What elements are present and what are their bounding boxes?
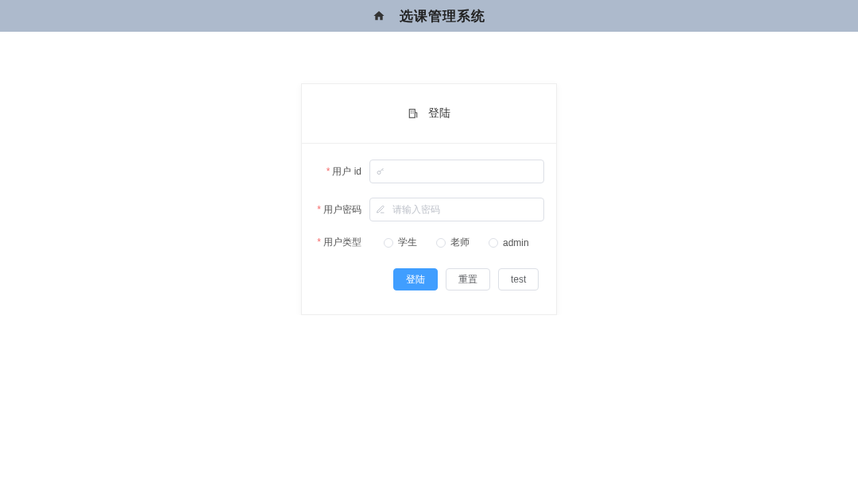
- radio-teacher[interactable]: 老师: [436, 236, 470, 249]
- user-id-label: *用户 id: [314, 165, 369, 179]
- edit-icon: [376, 205, 385, 214]
- password-label: *用户密码: [314, 203, 369, 217]
- page-header: 选课管理系统: [0, 0, 858, 32]
- password-input[interactable]: [369, 198, 544, 221]
- svg-rect-0: [409, 110, 415, 118]
- login-card: 登陆 *用户 id *用户密码: [301, 83, 557, 315]
- user-type-radio-group: 学生 老师 admin: [369, 236, 529, 249]
- user-id-input[interactable]: [369, 160, 544, 183]
- card-title: 登陆: [428, 106, 450, 121]
- key-icon: [376, 167, 385, 176]
- radio-admin[interactable]: admin: [489, 236, 529, 249]
- card-header: 登陆: [302, 84, 556, 144]
- home-icon: [373, 10, 385, 22]
- required-mark: *: [327, 166, 330, 177]
- form-row-user-type: *用户类型 学生 老师 admin: [314, 236, 544, 249]
- user-id-input-wrap: [369, 160, 544, 183]
- login-button[interactable]: 登陆: [393, 268, 438, 290]
- test-button[interactable]: test: [498, 268, 539, 290]
- form-row-user-id: *用户 id: [314, 160, 544, 183]
- reset-button[interactable]: 重置: [446, 268, 490, 290]
- required-mark: *: [317, 204, 321, 215]
- required-mark: *: [317, 237, 321, 248]
- radio-circle-icon: [489, 238, 498, 248]
- button-row: 登陆 重置 test: [314, 268, 544, 290]
- page-title: 选课管理系统: [400, 7, 485, 25]
- radio-circle-icon: [436, 238, 446, 248]
- svg-line-9: [382, 170, 384, 171]
- radio-circle-icon: [384, 238, 393, 248]
- form-row-password: *用户密码: [314, 198, 544, 221]
- building-icon: [408, 108, 419, 119]
- radio-student[interactable]: 学生: [384, 236, 417, 249]
- user-type-label: *用户类型: [314, 236, 369, 249]
- password-input-wrap: [369, 198, 544, 221]
- card-body: *用户 id *用户密码: [302, 144, 556, 314]
